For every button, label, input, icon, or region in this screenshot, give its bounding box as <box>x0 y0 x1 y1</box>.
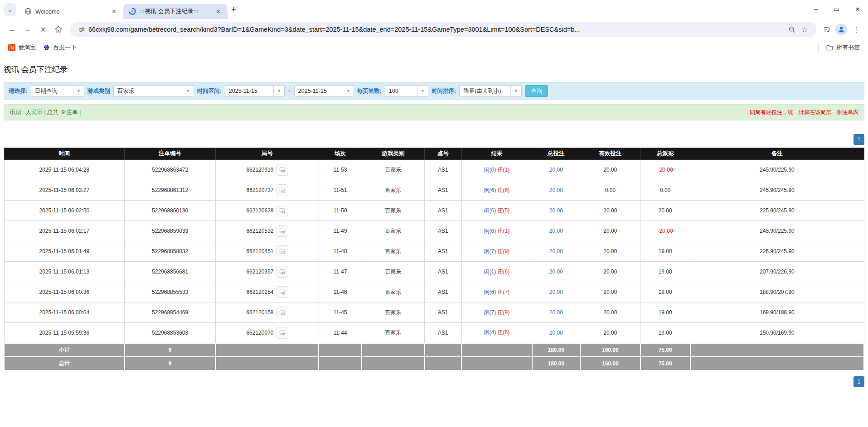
total-bet-link[interactable]: 20.00 <box>549 309 563 316</box>
result-player: 闲(0) <box>484 167 496 173</box>
media-controls-icon[interactable] <box>823 25 831 34</box>
back-button[interactable]: ← <box>5 22 20 37</box>
search-button[interactable]: 查询 <box>525 85 548 97</box>
subtotal-row-cell: 160.00 <box>580 343 640 357</box>
page-1-button[interactable]: 1 <box>853 376 864 387</box>
zoom-icon[interactable] <box>788 26 796 34</box>
cell-session: 11-45 <box>319 302 362 323</box>
chevron-down-icon[interactable]: ▼ <box>510 86 521 96</box>
cell-bet-id: 522968860130 <box>125 201 216 221</box>
chevron-down-icon[interactable]: ▼ <box>417 86 428 96</box>
total-bet-link[interactable]: 20.00 <box>549 289 563 295</box>
date-start-select[interactable]: 2025-11-15 ▼ <box>225 85 285 97</box>
replay-video-icon[interactable] <box>276 266 288 278</box>
total-bet-link[interactable]: 20.00 <box>549 207 563 214</box>
pagination-bottom: 1 <box>4 376 864 387</box>
cell-game-kind: 百家乐 <box>362 282 424 302</box>
profile-avatar[interactable] <box>835 24 847 35</box>
cell-remark: 226.90/245.90 <box>690 241 864 262</box>
total-row-cell <box>362 357 424 370</box>
cell-valid-bet: 20.00 <box>580 201 640 221</box>
replay-video-icon[interactable] <box>276 286 288 298</box>
site-info-tune-icon[interactable] <box>78 26 86 34</box>
address-bar[interactable]: 66cxkj98.com/game/betrecord_search/kind3… <box>70 22 816 37</box>
cell-payout: 19.00 <box>640 241 690 262</box>
round-number: 662120158 <box>246 309 273 316</box>
subtotal-row-cell <box>461 343 532 357</box>
subtotal-row-cell: 9 <box>125 343 216 357</box>
browser-menu-icon[interactable]: ⋮ <box>849 24 863 36</box>
query-type-select[interactable]: 日期查询 ▼ <box>31 85 84 97</box>
home-button[interactable] <box>51 22 66 37</box>
cell-total-bet: 20.00 <box>532 241 580 262</box>
round-number: 662120070 <box>246 330 273 336</box>
round-number: 662120737 <box>246 187 273 193</box>
total-bet-link[interactable]: 20.00 <box>549 167 563 173</box>
total-bet-link[interactable]: 20.00 <box>549 187 563 193</box>
replay-video-icon[interactable] <box>276 184 288 196</box>
cell-remark: 188.90/207.90 <box>690 282 864 302</box>
window-controls: ─ ▭ ✕ <box>805 0 868 18</box>
minimize-button[interactable]: ─ <box>805 0 826 18</box>
all-bookmarks-button[interactable]: 所有书签 <box>822 42 863 53</box>
bookmarks-divider <box>818 43 819 52</box>
total-bet-link[interactable]: 20.00 <box>549 269 563 275</box>
table-row: 2025-11-15 06:04:28522968863472662120919… <box>4 160 864 180</box>
new-tab-button[interactable]: + <box>231 5 236 14</box>
chevron-down-icon[interactable]: ▼ <box>343 86 354 96</box>
page-1-button[interactable]: 1 <box>853 134 864 145</box>
date-end-select[interactable]: 2025-11-15 ▼ <box>294 85 354 97</box>
url-text[interactable]: 66cxkj98.com/game/betrecord_search/kind3… <box>88 26 786 33</box>
per-page-select[interactable]: 100 ▼ <box>385 85 428 97</box>
subtotal-row-cell: 75.00 <box>640 343 690 357</box>
close-window-button[interactable]: ✕ <box>847 0 868 18</box>
cell-game-kind: 百家乐 <box>362 241 424 262</box>
table-row: 2025-11-15 06:00:36522968855533662120254… <box>4 282 864 302</box>
cell-bet-id: 522968856681 <box>125 262 216 282</box>
tab-welcome[interactable]: Welcome ✕ <box>19 4 123 19</box>
tab-betrecord[interactable]: :::视讯 会员下注纪录::: ✕ <box>123 4 228 19</box>
game-kind-select[interactable]: 百家乐 ▼ <box>113 85 194 97</box>
bookmark-star-icon[interactable]: ☆ <box>801 25 808 34</box>
sort-select[interactable]: 降幂(由大到小) ▼ <box>459 85 522 97</box>
cell-time: 2025-11-15 06:04:28 <box>4 160 125 180</box>
replay-video-icon[interactable] <box>276 245 288 257</box>
total-bet-link[interactable]: 20.00 <box>549 228 563 234</box>
maximize-button[interactable]: ▭ <box>826 0 847 18</box>
forward-button[interactable]: → <box>20 22 35 37</box>
replay-video-icon[interactable] <box>276 164 288 176</box>
payout-value: 19.00 <box>659 330 672 336</box>
replay-video-icon[interactable] <box>276 225 288 237</box>
table-row: 2025-11-15 06:00:04522968854469662120158… <box>4 302 864 323</box>
column-header: 桌号 <box>425 148 462 160</box>
stop-loading-button[interactable]: ✕ <box>35 22 51 37</box>
replay-video-icon[interactable] <box>276 307 288 318</box>
close-icon[interactable]: ✕ <box>213 7 223 16</box>
cell-time: 2025-11-15 06:02:50 <box>4 201 125 221</box>
replay-video-icon[interactable] <box>276 327 288 339</box>
select-label: 请选择: <box>9 87 28 95</box>
chevron-down-icon[interactable]: ▼ <box>273 86 284 96</box>
cell-game-kind: 百家乐 <box>362 180 424 201</box>
bookmark-baidu[interactable]: du 百度一下 <box>39 42 80 53</box>
column-header: 注单编号 <box>125 148 216 160</box>
bet-records-table: 时间注单编号局号场次游戏类别桌号结果总投注有效投注总派彩备注 2025-11-1… <box>4 148 864 371</box>
game-kind-label: 游戏类别 <box>87 87 110 95</box>
result-player: 闲(6) <box>484 207 496 214</box>
cell-total-bet: 20.00 <box>532 302 580 323</box>
close-icon[interactable]: ✕ <box>109 7 119 16</box>
tab-search-button[interactable]: ⌄ <box>4 3 16 16</box>
bookmark-taobao[interactable]: 淘 爱淘宝 <box>5 42 39 53</box>
total-bet-link[interactable]: 20.00 <box>549 330 563 336</box>
column-header: 游戏类别 <box>362 148 424 160</box>
chevron-down-icon[interactable]: ▼ <box>73 86 84 96</box>
subtotal-row-cell <box>362 343 424 357</box>
replay-video-icon[interactable] <box>276 205 288 216</box>
home-icon <box>54 25 63 34</box>
table-header-row: 时间注单编号局号场次游戏类别桌号结果总投注有效投注总派彩备注 <box>4 148 864 160</box>
cell-round: 662120070 <box>216 323 319 343</box>
total-bet-link[interactable]: 20.00 <box>549 248 563 254</box>
cell-table-no: AS1 <box>425 302 462 323</box>
round-number: 662120254 <box>246 289 273 295</box>
chevron-down-icon[interactable]: ▼ <box>183 86 194 96</box>
